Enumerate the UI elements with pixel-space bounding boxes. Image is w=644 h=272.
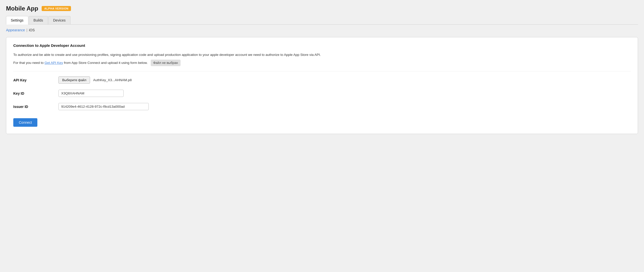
tab-devices[interactable]: Devices	[48, 16, 70, 24]
file-value: AuthKey_X3...AHNAM.p8	[93, 78, 132, 82]
description-2-suffix: from App Store Connect and upload it usi…	[64, 61, 148, 65]
alpha-badge: ALPHA VERSION	[42, 6, 71, 11]
breadcrumb-separator: |	[27, 28, 28, 32]
description-block: To authorize and be able to create and u…	[13, 52, 631, 66]
form-row-issuer-id: Issuer ID	[13, 103, 631, 110]
divider-1	[13, 71, 631, 71]
key-id-input[interactable]	[58, 90, 124, 97]
file-not-chosen-label: Файл не выбран	[151, 60, 181, 66]
connect-button[interactable]: Connect	[13, 118, 37, 127]
description-paragraph-2: For that you need to Get API Key from Ap…	[13, 60, 631, 66]
card-title: Connection to Apple Developer Account	[13, 43, 631, 48]
tab-settings[interactable]: Settings	[6, 16, 28, 25]
form-row-api-key: API Key Выберите файл AuthKey_X3...AHNAM…	[13, 76, 631, 84]
breadcrumb-current: iOS	[29, 28, 35, 32]
issuer-id-label: Issuer ID	[13, 105, 58, 109]
breadcrumb-appearance-link[interactable]: Appearance	[6, 28, 25, 32]
api-key-label: API Key	[13, 78, 58, 82]
form-row-key-id: Key ID	[13, 90, 631, 97]
app-title: Mobile App	[6, 5, 38, 12]
tab-builds[interactable]: Builds	[29, 16, 48, 24]
connection-card: Connection to Apple Developer Account To…	[6, 37, 638, 134]
key-id-label: Key ID	[13, 91, 58, 95]
breadcrumb: Appearance | iOS	[6, 28, 638, 32]
file-input-group: Выберите файл AuthKey_X3...AHNAM.p8	[58, 76, 132, 84]
app-header: Mobile App ALPHA VERSION	[6, 5, 638, 12]
description-paragraph-1: To authorize and be able to create and u…	[13, 52, 631, 58]
issuer-id-input[interactable]	[58, 103, 149, 110]
description-2-prefix: For that you need to	[13, 61, 45, 65]
tabs-container: Settings Builds Devices	[6, 16, 638, 25]
get-api-key-link[interactable]: Get API Key	[45, 61, 63, 65]
choose-file-button[interactable]: Выберите файл	[58, 76, 90, 84]
